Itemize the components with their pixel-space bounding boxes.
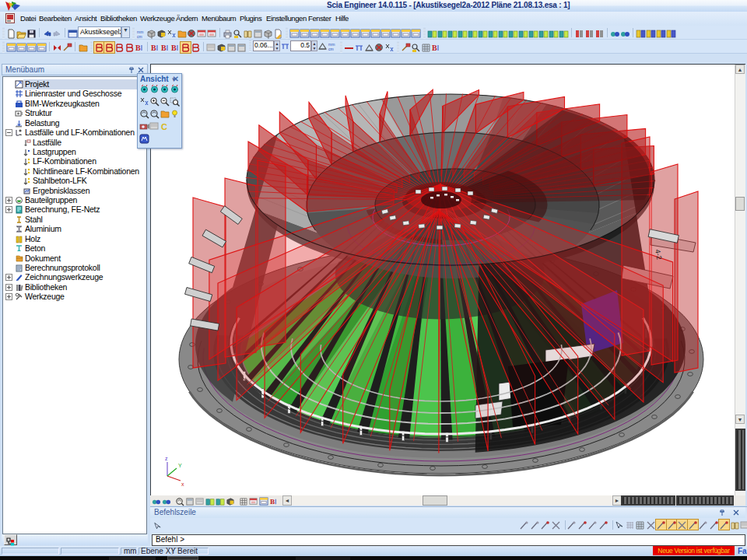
svg-text:B: B [171,44,177,52]
svg-text:x: x [181,481,184,487]
svg-text:cm: cm [328,47,334,51]
svg-text:B: B [432,44,437,52]
svg-text:cm: cm [137,34,142,39]
svg-text:B: B [151,44,156,52]
svg-text:C: C [161,122,167,131]
svg-text:z: z [165,456,168,461]
svg-text:B: B [161,44,167,52]
svg-text:Y: Y [178,463,182,468]
svg-text:B: B [135,44,141,52]
svg-text:B: B [270,498,275,506]
